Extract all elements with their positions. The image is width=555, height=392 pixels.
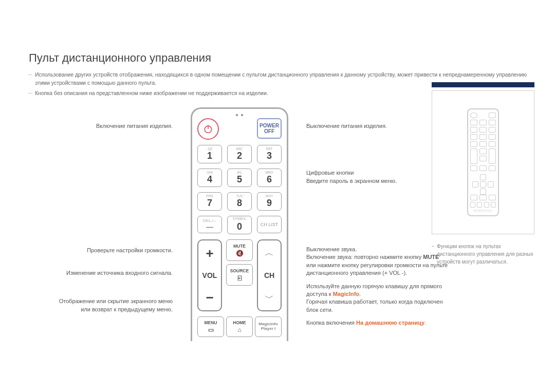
remote-diagram: POWEROFF .QZ1 ABC2 DEF3 GHI4 JKL5 MNO6 P… xyxy=(173,107,306,341)
source-icon: ⍇ xyxy=(238,274,242,282)
key-1: .QZ1 xyxy=(197,145,222,163)
intro-note-1: Использование других устройств отображен… xyxy=(35,71,534,87)
callout-volume: Проверьте настройки громкости. xyxy=(29,247,173,253)
ir-leds xyxy=(236,114,243,116)
remote-body: POWEROFF .QZ1 ABC2 DEF3 GHI4 JKL5 MNO6 P… xyxy=(191,107,288,341)
key-del: DEL-/--— xyxy=(197,216,222,233)
callout-home: Кнопка включения На домашнюю страницу. xyxy=(306,319,450,327)
page-title: Пульт дистанционного управления xyxy=(29,51,534,65)
menu-icon: ▭ xyxy=(208,326,214,333)
channel-rocker: ︿ CH ﹀ xyxy=(257,239,282,311)
sidebar-note: Функции кнопок на пультах дистанционного… xyxy=(432,242,534,266)
left-callouts: Включение питания изделия. Проверьте нас… xyxy=(29,107,173,341)
chevron-up-icon: ︿ xyxy=(265,247,274,259)
callout-numeric: Цифровые кнопки Введите пароль в экранно… xyxy=(306,169,450,185)
volume-rocker: + VOL − xyxy=(197,239,222,311)
sidebar: SAMSUNG Функции кнопок на пультах дистан… xyxy=(432,90,534,266)
key-chlist: CH LIST xyxy=(257,216,282,233)
key-6: MNO6 xyxy=(257,169,282,187)
key-0: SYMBOL0 xyxy=(227,216,252,234)
mute-icon: 🔇 xyxy=(236,250,244,257)
callout-mute: Выключение звука. Включение звука: повто… xyxy=(306,246,450,277)
right-callouts: Выключение питания изделия. Цифровые кно… xyxy=(306,107,450,341)
callout-magicinfo: Используйте данную горячую клавишу для п… xyxy=(306,283,450,314)
key-3: DEF3 xyxy=(257,145,282,163)
brand-label: SAMSUNG xyxy=(470,209,496,212)
chevron-down-icon: ﹀ xyxy=(265,292,274,304)
callout-menu: Отображение или скрытие экранного меню и… xyxy=(29,297,173,313)
callout-power-on: Включение питания изделия. xyxy=(29,123,173,129)
power-off-button: POWEROFF xyxy=(257,118,282,139)
key-7: PRS7 xyxy=(197,192,222,211)
home-icon: ⌂ xyxy=(237,326,241,333)
key-2: ABC2 xyxy=(227,145,252,163)
key-5: JKL5 xyxy=(227,169,252,187)
key-8: TUV8 xyxy=(227,192,252,211)
power-on-button xyxy=(197,118,219,140)
menu-button: MENU ▭ xyxy=(197,316,224,337)
mute-button: MUTE 🔇 xyxy=(226,239,253,261)
magicinfo-button: MagicInfoPlayer I xyxy=(255,316,282,337)
key-9: WXY9 xyxy=(257,192,282,211)
mini-remote-thumbnail: SAMSUNG xyxy=(432,90,534,234)
key-4: GHI4 xyxy=(197,169,222,187)
home-button: HOME ⌂ xyxy=(226,316,253,337)
callout-source: Изменение источника входного сигнала. xyxy=(29,270,173,276)
callout-power-off: Выключение питания изделия. xyxy=(306,123,450,129)
source-button: SOURCE ⍇ xyxy=(226,264,253,286)
power-icon xyxy=(203,124,213,134)
